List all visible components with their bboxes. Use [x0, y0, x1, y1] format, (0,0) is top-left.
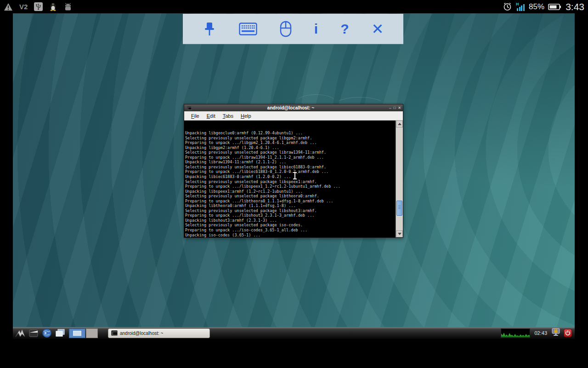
terminal-line: Selecting previously unselected package … — [185, 208, 395, 213]
maximize-button[interactable]: □ — [393, 104, 396, 111]
close-toolbar-button[interactable]: ✕ — [372, 22, 384, 36]
web-browser-icon[interactable] — [41, 328, 52, 339]
scroll-down-button[interactable] — [396, 230, 403, 237]
battery-percent: 85% — [529, 2, 544, 12]
android-status-bar: V2 — [0, 0, 588, 13]
scrollbar-thumb[interactable] — [396, 201, 402, 216]
show-windows-icon[interactable] — [54, 328, 66, 339]
workspace-pager[interactable] — [69, 328, 98, 338]
scroll-up-button[interactable] — [396, 121, 403, 127]
taskbar-clock[interactable]: 02:43 — [534, 330, 547, 336]
terminal-line: Preparing to unpack .../libraw1394-11_2.… — [185, 155, 395, 160]
terminal-line: Selecting previously unselected package … — [185, 150, 395, 155]
terminal-icon — [111, 330, 118, 336]
android-robot-icon — [63, 3, 73, 11]
terminal-window-title: android@localhost: ~ — [192, 104, 389, 111]
terminal-line: Unpacking iso-codes (3.65-1) ... — [185, 233, 395, 237]
battery-icon — [548, 3, 561, 11]
terminal-line: Preparing to unpack .../libgpm2_1.20.4-6… — [185, 140, 395, 145]
vnc-app-icon: V2 — [19, 3, 28, 11]
terminal-line: Preparing to unpack .../libiec61883-0_1.… — [185, 169, 395, 174]
warning-icon — [4, 3, 13, 11]
vnc-toolbar: i ? ✕ — [183, 14, 403, 44]
menu-tabs[interactable]: Tabs — [220, 112, 237, 120]
android-nav-bar — [0, 339, 588, 368]
terminal-titlebar[interactable]: android@localhost: ~ – □ ✕ — [184, 104, 403, 111]
mouse-button[interactable] — [280, 21, 292, 37]
terminal-line: Selecting previously unselected package … — [185, 165, 395, 170]
terminal-line: Unpacking libgeoclue0:armhf (0.12.99-4ub… — [185, 131, 395, 136]
terminal-menubar: File Edit Tabs Help — [184, 111, 403, 121]
status-clock: 3:43 — [565, 1, 584, 12]
help-button[interactable]: ? — [340, 22, 349, 36]
terminal-line: Unpacking libshout3:armhf (2.3.1-3) ... — [185, 218, 395, 223]
lxde-taskbar: android@localhost: ~ 02:43 — [13, 327, 575, 339]
vnc-desktop: i ? ✕ android@localhost: ~ – □ ✕ File Ed… — [13, 13, 575, 339]
terminal-line: Preparing to unpack .../libshout3_2.3.1-… — [185, 213, 395, 218]
terminal-line: Unpacking libiec61883-0:armhf (1.2.0-0.2… — [185, 174, 395, 179]
taskbar-window-label: android@localhost: ~ — [120, 331, 163, 336]
close-button[interactable]: ✕ — [398, 104, 401, 111]
terminal-line: Selecting previously unselected package … — [185, 136, 395, 141]
terminal-line: Preparing to unpack .../libspeex1_1.2~rc… — [185, 184, 395, 189]
menu-help[interactable]: Help — [237, 112, 254, 120]
usb-icon — [34, 2, 43, 11]
info-button[interactable]: i — [314, 22, 318, 36]
alarm-clock-icon — [503, 2, 512, 12]
taskbar-window-button[interactable]: android@localhost: ~ — [108, 328, 210, 338]
terminal-line: Unpacking libraw1394-11:armhf (2.1.1-2) … — [185, 160, 395, 165]
lxde-menu-button[interactable] — [14, 328, 26, 339]
terminal-window: android@localhost: ~ – □ ✕ File Edit Tab… — [184, 104, 403, 238]
terminal-output[interactable]: Unpacking libgeoclue0:armhf (0.12.99-4ub… — [184, 121, 403, 237]
terminal-line: Unpacking libspeex1:armhf (1.2~rc1.2-1ub… — [185, 189, 395, 194]
terminal-line: Selecting previously unselected package … — [185, 223, 395, 228]
lock-screen-icon[interactable] — [551, 328, 560, 339]
terminal-scrollbar[interactable] — [396, 121, 403, 237]
shutdown-button[interactable] — [564, 329, 572, 337]
cell-signal-icon: H — [516, 2, 525, 12]
workspace-2[interactable] — [86, 328, 98, 338]
pin-button[interactable] — [203, 21, 216, 37]
terminal-window-icon — [187, 106, 192, 110]
menu-file[interactable]: File — [188, 112, 203, 120]
tux-penguin-icon — [49, 2, 57, 11]
text-cursor-pointer — [293, 172, 297, 179]
terminal-line: Unpacking libtheora0:armhf (1.1.1+dfsg.1… — [185, 203, 395, 208]
terminal-line: Selecting previously unselected package … — [185, 179, 395, 184]
workspace-1[interactable] — [69, 328, 85, 338]
menu-edit[interactable]: Edit — [204, 112, 219, 120]
keyboard-button[interactable] — [239, 23, 257, 35]
terminal-line: Preparing to unpack .../libtheora0_1.1.1… — [185, 199, 395, 204]
minimize-button[interactable]: – — [389, 104, 391, 111]
terminal-line: Selecting previously unselected package … — [185, 194, 395, 199]
terminal-line: Unpacking libgpm2:armhf (1.20.4-6.1) ... — [185, 145, 395, 150]
file-manager-icon[interactable] — [28, 328, 39, 339]
terminal-line: Preparing to unpack .../iso-codes_3.65-1… — [185, 228, 395, 233]
terminal-lines: Unpacking libgeoclue0:armhf (0.12.99-4ub… — [185, 131, 395, 237]
cpu-monitor-graph — [501, 328, 530, 338]
